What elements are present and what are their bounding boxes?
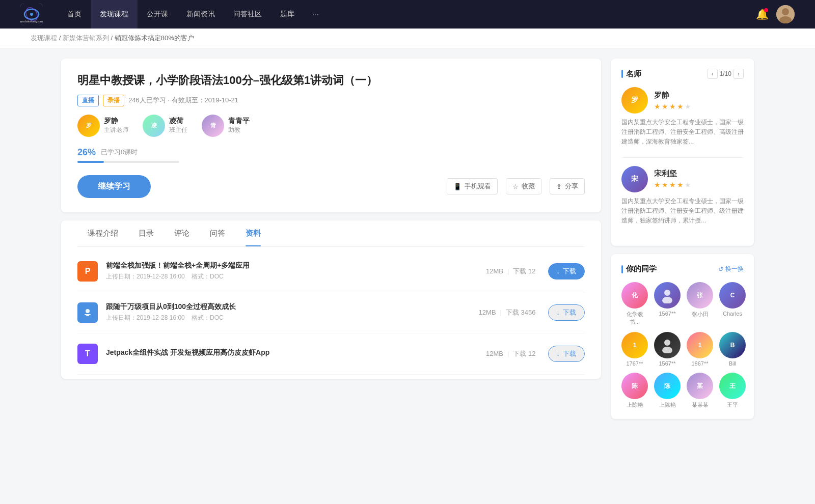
tab-intro[interactable]: 课程介绍 [77, 220, 128, 246]
classmate-item-5[interactable]: 1 1767** [621, 332, 648, 367]
download-button-3[interactable]: ↓ 下载 [548, 346, 585, 362]
classmate-avatar-12: 王 [719, 373, 746, 399]
instructor-avatar-1: 罗 [77, 115, 100, 137]
star-s3: ★ [669, 181, 676, 189]
nav-item-discover[interactable]: 发现课程 [91, 0, 138, 29]
teacher-prev-button[interactable]: ‹ [708, 69, 718, 79]
classmate-item-4[interactable]: C Charles [719, 282, 746, 326]
star-icon: ☆ [512, 183, 519, 190]
classmate-item-7[interactable]: 1 1867** [687, 332, 713, 367]
tab-catalog[interactable]: 目录 [128, 220, 164, 246]
progress-label: 26% 已学习0课时 [77, 147, 585, 158]
classmate-name-5: 1767** [626, 360, 643, 367]
breadcrumb-discover[interactable]: 发现课程 [31, 34, 57, 42]
nav-item-open[interactable]: 公开课 [138, 0, 177, 29]
svg-rect-10 [86, 315, 89, 316]
collect-button[interactable]: ☆ 收藏 [506, 178, 541, 194]
nav-item-news[interactable]: 新闻资讯 [177, 0, 224, 29]
nav-right: 🔔 [756, 5, 795, 23]
classmate-avatar-1: 化 [621, 282, 648, 309]
teacher-header-1: 罗 罗静 ★ ★ ★ ★ ★ [621, 87, 744, 114]
classmate-item-3[interactable]: 张 张小田 [687, 282, 713, 326]
tab-resources[interactable]: 资料 [235, 220, 271, 246]
resource-stats-3: 12MB | 下载 12 [486, 349, 535, 358]
classmate-name-6: 1567** [659, 360, 675, 367]
nav-item-home[interactable]: 首页 [58, 0, 91, 29]
tabs-header: 课程介绍 目录 评论 问答 资料 [77, 220, 585, 247]
progress-bar-bg [77, 161, 179, 163]
resource-title-3: Jetpack全组件实战 开发短视频应用高仿皮皮虾App [106, 348, 486, 357]
nav-items: 首页 发现课程 公开课 新闻资讯 问答社区 题库 ··· [58, 0, 756, 29]
classmate-item-8[interactable]: B Bill [719, 332, 746, 367]
bell-button[interactable]: 🔔 [756, 8, 768, 20]
course-card: 明星中教授课，小学阶段语法100分–强化级第1讲动词（一） 直播 录播 246人… [61, 59, 601, 212]
svg-point-14 [662, 347, 672, 353]
tab-comments[interactable]: 评论 [164, 220, 200, 246]
navbar: yundoketang.com 首页 发现课程 公开课 新闻资讯 问答社区 题库… [0, 0, 815, 29]
classmate-item-9[interactable]: 陈 上陈艳 [621, 373, 648, 409]
tab-qa[interactable]: 问答 [200, 220, 235, 246]
refresh-button[interactable]: ↺ 换一换 [718, 265, 744, 273]
instructor-name-1: 罗静 [104, 117, 128, 126]
breadcrumb: 发现课程 / 新媒体营销系列 / 销冠修炼术搞定80%的客户 [0, 29, 815, 48]
teacher-stars-2: ★ ★ ★ ★ ★ [654, 181, 691, 189]
mobile-watch-button[interactable]: 📱 手机观看 [447, 178, 498, 194]
instructor-role-1: 主讲老师 [104, 126, 128, 134]
teacher-desc-2: 国内某重点大学安全工程专业硕士，国家一级注册消防工程师、注册安全工程师、级注册建… [621, 197, 744, 226]
teacher-name-area-2: 宋利坚 ★ ★ ★ ★ ★ [654, 169, 691, 189]
classmate-name-3: 张小田 [692, 311, 709, 318]
share-button[interactable]: ⇪ 分享 [550, 178, 585, 194]
main-wrapper: 明星中教授课，小学阶段语法100分–强化级第1讲动词（一） 直播 录播 246人… [31, 48, 784, 437]
resource-meta-2: 上传日期：2019-12-28 16:00 格式：DOC [106, 314, 479, 322]
instructor-1: 罗 罗静 主讲老师 [77, 115, 128, 137]
svg-point-13 [664, 340, 670, 346]
star-3: ★ [669, 102, 676, 110]
course-actions: 继续学习 📱 手机观看 ☆ 收藏 ⇪ 分享 [77, 175, 585, 198]
logo[interactable]: yundoketang.com [20, 3, 43, 25]
svg-point-12 [662, 297, 672, 303]
nav-item-quiz[interactable]: 题库 [271, 0, 304, 29]
teacher-next-button[interactable]: › [734, 69, 744, 79]
classmate-name-9: 上陈艳 [627, 401, 643, 409]
classmate-item-6[interactable]: 1567** [654, 332, 681, 367]
download-button-2[interactable]: ↓ 下载 [548, 304, 585, 321]
classmate-item-12[interactable]: 王 王平 [719, 373, 746, 409]
resource-meta-1: 上传日期：2019-12-28 16:00 格式：DOC [106, 272, 486, 281]
breadcrumb-current: 销冠修炼术搞定80%的客户 [115, 34, 194, 42]
breadcrumb-series[interactable]: 新媒体营销系列 [63, 34, 109, 42]
star-2: ★ [662, 102, 668, 110]
classmate-item-1[interactable]: 化 化学教书... [621, 282, 648, 326]
instructor-3: 青 青青平 助教 [202, 115, 250, 137]
instructor-role-2: 班主任 [169, 126, 187, 134]
classmates-title: 你的同学 [621, 264, 657, 274]
star-5: ★ [685, 102, 691, 110]
continue-button[interactable]: 继续学习 [77, 175, 151, 198]
resources-list: P 前端全栈加强版！前端全栈+全周期+多端应用 上传日期：2019-12-28 … [77, 247, 585, 379]
classmates-grid: 化 化学教书... 1567** 张 张小田 C Charles [621, 282, 744, 409]
content-area: 明星中教授课，小学阶段语法100分–强化级第1讲动词（一） 直播 录播 246人… [61, 59, 601, 427]
classmate-item-11[interactable]: 某 某某某 [687, 373, 713, 409]
nav-item-qa[interactable]: 问答社区 [224, 0, 271, 29]
svg-rect-9 [85, 314, 91, 315]
star-s5: ★ [685, 181, 691, 189]
download-button-1[interactable]: ↓ 下载 [548, 263, 585, 279]
classmate-item-10[interactable]: 陈 上陈艳 [654, 373, 681, 409]
refresh-icon: ↺ [718, 266, 723, 273]
classmate-name-11: 某某某 [692, 401, 709, 409]
svg-text:yundoketang.com: yundoketang.com [20, 20, 43, 23]
teacher-desc-1: 国内某重点大学安全工程专业硕士，国家一级注册消防工程师、注册安全工程师、高级注册… [621, 118, 744, 147]
classmate-item-2[interactable]: 1567** [654, 282, 681, 326]
teacher-name-1: 罗静 [654, 91, 691, 100]
classmate-name-8: Bill [729, 360, 737, 367]
nav-item-more[interactable]: ··· [304, 0, 328, 29]
svg-point-8 [86, 309, 90, 313]
teacher-avatar-2: 宋 [621, 166, 648, 192]
classmate-name-2: 1567** [659, 311, 675, 317]
teachers-card-header: 名师 ‹ 1/10 › [621, 69, 744, 79]
instructors: 罗 罗静 主讲老师 凌 凌荷 班主任 青 青青平 [77, 115, 585, 137]
action-buttons: 📱 手机观看 ☆ 收藏 ⇪ 分享 [447, 178, 585, 194]
logo-icon: yundoketang.com [20, 3, 43, 25]
user-avatar[interactable] [776, 5, 795, 23]
instructor-role-3: 助教 [228, 126, 250, 134]
teacher-name-2: 宋利坚 [654, 169, 691, 179]
